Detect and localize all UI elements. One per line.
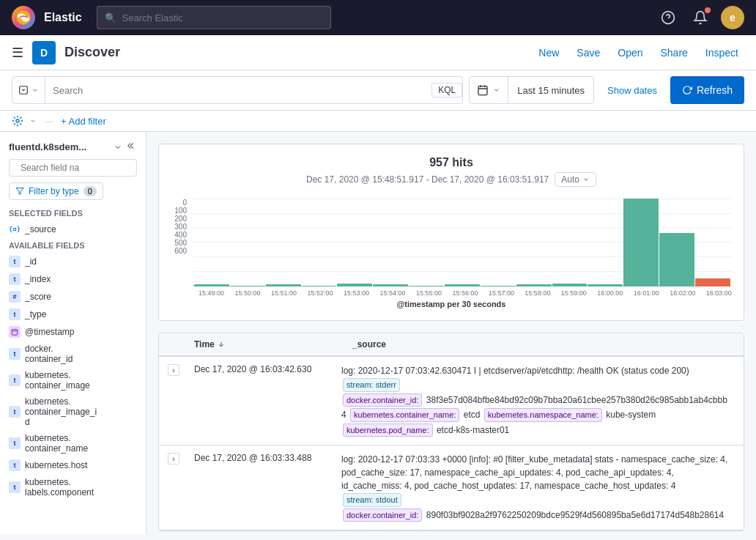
histogram-bar-7 [445, 284, 480, 286]
histogram-bar-5 [373, 284, 408, 286]
histogram-bar-10 [552, 284, 588, 286]
user-avatar-button[interactable]: e [721, 6, 744, 29]
histogram-bar-0 [194, 284, 229, 286]
container-id-value-1: 38f3e57d084bfbe84bd92c09b7bba20a61cbee25… [426, 395, 727, 405]
new-button[interactable]: New [533, 44, 565, 62]
field-item-index[interactable]: t _index [0, 270, 146, 288]
filter-bar: — + Add filter [0, 111, 756, 132]
field-type-badge-container-name: t [9, 437, 21, 449]
save-button[interactable]: Save [571, 44, 606, 62]
field-item-timestamp[interactable]: @timestamp [0, 323, 146, 341]
field-item-container-name[interactable]: t kubernetes. container_name [0, 430, 146, 456]
search-input[interactable] [45, 85, 431, 96]
kql-badge[interactable]: KQL [431, 83, 462, 97]
histogram-bar-11 [588, 284, 623, 286]
field-type-badge-id: t [9, 256, 21, 267]
filter-by-type-button[interactable]: Filter by type 0 [9, 182, 103, 200]
field-type-badge-type: t [9, 308, 21, 320]
show-dates-button[interactable]: Show dates [600, 85, 664, 96]
page-actions: New Save Open Share Inspect [533, 44, 744, 62]
discover-badge: D [32, 41, 56, 64]
index-dropdown-icon[interactable] [114, 143, 122, 152]
time-header-label: Time [194, 339, 215, 349]
filter-type-badge: 0 [84, 186, 97, 196]
source-type-icon [9, 223, 21, 235]
histogram-bar-1 [230, 286, 265, 286]
svg-rect-6 [478, 86, 487, 95]
field-name-type: _type [25, 309, 46, 319]
top-nav-actions: e [656, 6, 744, 29]
row-source-2: log: 2020-12-17 07:03:33 +0000 [info]: #… [341, 453, 735, 522]
field-item-id[interactable]: t _id [0, 253, 146, 270]
refresh-icon [682, 85, 692, 95]
interval-select[interactable]: Auto [555, 172, 596, 187]
share-button[interactable]: Share [655, 44, 694, 62]
field-item-container-image[interactable]: t kubernetes. container_image [0, 367, 146, 393]
container-name-tag-1: kubernetes.container_name: [350, 408, 459, 422]
row-time-1: Dec 17, 2020 @ 16:03:42.630 [194, 364, 330, 374]
dropdown-arrow-icon [32, 86, 39, 94]
field-search-bar[interactable] [9, 159, 137, 177]
log-text-2: log: 2020-12-17 07:03:33 +0000 [info]: #… [341, 454, 727, 491]
svg-marker-13 [16, 188, 23, 195]
source-column-header: _source [352, 339, 735, 349]
time-column-header[interactable]: Time [194, 339, 341, 349]
collapse-sidebar-button[interactable] [127, 141, 137, 153]
field-sidebar: fluentd.k8sdem... Filter by type [0, 132, 147, 534]
svg-point-2 [21, 17, 29, 22]
time-picker[interactable]: Last 15 minutes [469, 76, 594, 104]
table-header-row: Time _source [159, 333, 744, 357]
container-id-value-2: 890f03bf9028a2f9762250209bdce9529f4d5608… [426, 510, 724, 520]
refresh-button[interactable]: Refresh [670, 76, 744, 104]
auto-label: Auto [561, 174, 579, 185]
field-item-type[interactable]: t _type [0, 306, 146, 323]
field-name-container-image: kubernetes. container_image [25, 370, 90, 391]
add-filter-button[interactable]: + Add filter [61, 116, 106, 127]
time-range-display[interactable]: Last 15 minutes [508, 77, 593, 103]
refresh-label: Refresh [697, 84, 733, 96]
histogram-bar-6 [409, 286, 444, 286]
table-row: › Dec 17, 2020 @ 16:03:42.630 log: 2020-… [159, 357, 744, 445]
top-navigation: Elastic 🔍 Search Elastic e [0, 0, 756, 35]
alerts-button[interactable] [689, 6, 712, 29]
sidebar-index-header: fluentd.k8sdem... [0, 141, 146, 159]
field-type-badge-container-image-id: t [9, 406, 21, 418]
container-id-tag-1: docker.container_id: [343, 393, 422, 407]
search-bar-left-controls[interactable] [12, 77, 45, 103]
save-search-icon [18, 85, 29, 95]
open-button[interactable]: Open [612, 44, 648, 62]
row-source-1: log: 2020-12-17 07:03:42.630471 I | etcd… [341, 364, 735, 437]
source-header-label: _source [352, 339, 386, 349]
chart-y-axis: 600 500 400 300 200 100 0 [171, 199, 193, 255]
field-item-host[interactable]: t kubernetes.host [0, 456, 146, 474]
histogram-bar-9 [516, 284, 552, 286]
field-name-container-name: kubernetes. container_name [25, 433, 88, 454]
field-item-score[interactable]: # _score [0, 288, 146, 306]
field-item-labels-component[interactable]: t kubernetes. labels.component [0, 474, 146, 500]
global-search-bar[interactable]: 🔍 Search Elastic [97, 6, 331, 29]
help-button[interactable] [656, 6, 680, 29]
chart-x-title: @timestamp per 30 seconds [171, 300, 732, 308]
log-text-1: log: 2020-12-17 07:03:42.630471 I | etcd… [341, 366, 689, 376]
field-name-id: _id [25, 256, 37, 267]
field-type-badge-host: t [9, 459, 21, 471]
field-item-container-image-id[interactable]: t kubernetes. container_image_i d [0, 393, 146, 430]
field-item-source[interactable]: _source [0, 221, 146, 238]
field-name-container-id: docker. container_id [25, 344, 73, 364]
row-expand-button[interactable]: › [168, 364, 179, 376]
table-row: › Dec 17, 2020 @ 16:03:33.488 log: 2020-… [159, 445, 744, 530]
field-type-badge-score: # [9, 291, 21, 303]
field-search-input[interactable] [21, 163, 130, 173]
field-name-score: _score [25, 292, 51, 302]
search-bar-container: KQL [12, 76, 463, 104]
inspect-button[interactable]: Inspect [700, 44, 744, 62]
time-picker-calendar-icon[interactable] [470, 77, 508, 103]
field-item-container-id[interactable]: t docker. container_id [0, 341, 146, 367]
search-toolbar: KQL Last 15 minutes Show dates Refresh [0, 70, 756, 111]
field-type-badge-timestamp [9, 326, 21, 338]
svg-point-10 [16, 119, 19, 122]
menu-toggle-button[interactable]: ☰ [12, 45, 23, 61]
row-expand-button-2[interactable]: › [168, 453, 179, 465]
field-name-host: kubernetes.host [25, 460, 87, 470]
field-type-badge-container-image: t [9, 374, 21, 386]
